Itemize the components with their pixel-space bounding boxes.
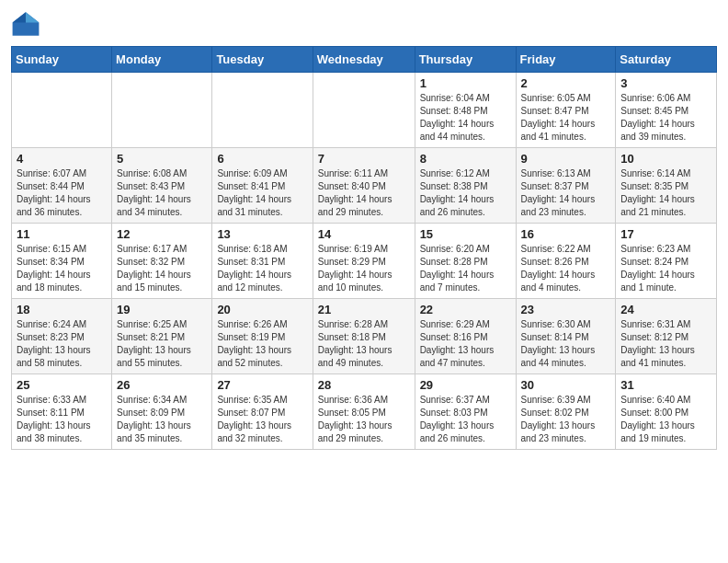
calendar-cell: 21Sunrise: 6:28 AM Sunset: 8:18 PM Dayli… [313,299,415,374]
calendar-cell: 27Sunrise: 6:35 AM Sunset: 8:07 PM Dayli… [212,374,313,450]
day-info: Sunrise: 6:23 AM Sunset: 8:24 PM Dayligh… [620,243,711,294]
weekday-header-friday: Friday [516,47,616,73]
calendar-cell: 17Sunrise: 6:23 AM Sunset: 8:24 PM Dayli… [616,224,717,299]
day-info: Sunrise: 6:29 AM Sunset: 8:16 PM Dayligh… [420,318,511,370]
day-number: 8 [420,152,511,166]
calendar-cell: 8Sunrise: 6:12 AM Sunset: 8:38 PM Daylig… [415,148,516,224]
day-number: 21 [318,303,410,316]
day-number: 6 [217,152,307,166]
calendar-cell: 28Sunrise: 6:36 AM Sunset: 8:05 PM Dayli… [313,374,415,450]
day-number: 7 [318,152,410,166]
day-number: 5 [117,152,207,166]
day-info: Sunrise: 6:19 AM Sunset: 8:29 PM Dayligh… [318,243,410,294]
calendar-cell: 18Sunrise: 6:24 AM Sunset: 8:23 PM Dayli… [12,299,112,374]
day-info: Sunrise: 6:34 AM Sunset: 8:09 PM Dayligh… [117,394,207,445]
day-info: Sunrise: 6:31 AM Sunset: 8:12 PM Dayligh… [620,318,711,370]
day-info: Sunrise: 6:12 AM Sunset: 8:38 PM Dayligh… [420,167,511,219]
calendar-cell: 5Sunrise: 6:08 AM Sunset: 8:43 PM Daylig… [112,148,212,224]
day-info: Sunrise: 6:11 AM Sunset: 8:40 PM Dayligh… [318,167,410,219]
day-info: Sunrise: 6:33 AM Sunset: 8:11 PM Dayligh… [17,394,107,445]
day-number: 10 [620,152,711,166]
day-number: 3 [620,76,711,90]
calendar-week-2: 4Sunrise: 6:07 AM Sunset: 8:44 PM Daylig… [12,148,717,224]
calendar-cell [313,73,415,148]
weekday-header-row: SundayMondayTuesdayWednesdayThursdayFrid… [12,47,717,73]
day-number: 1 [420,76,511,90]
logo [11,9,44,39]
day-info: Sunrise: 6:25 AM Sunset: 8:21 PM Dayligh… [117,318,207,370]
day-info: Sunrise: 6:30 AM Sunset: 8:14 PM Dayligh… [521,318,611,370]
calendar-cell: 30Sunrise: 6:39 AM Sunset: 8:02 PM Dayli… [516,374,616,450]
day-info: Sunrise: 6:08 AM Sunset: 8:43 PM Dayligh… [117,167,207,219]
header [11,9,717,39]
weekday-header-sunday: Sunday [12,47,112,73]
day-number: 18 [17,303,107,316]
calendar-cell: 11Sunrise: 6:15 AM Sunset: 8:34 PM Dayli… [12,224,112,299]
day-info: Sunrise: 6:04 AM Sunset: 8:48 PM Dayligh… [420,92,511,144]
day-info: Sunrise: 6:14 AM Sunset: 8:35 PM Dayligh… [620,167,711,219]
day-number: 30 [521,378,611,392]
calendar-week-1: 1Sunrise: 6:04 AM Sunset: 8:48 PM Daylig… [12,73,717,148]
calendar-cell: 14Sunrise: 6:19 AM Sunset: 8:29 PM Dayli… [313,224,415,299]
day-number: 14 [318,227,410,241]
day-info: Sunrise: 6:37 AM Sunset: 8:03 PM Dayligh… [420,394,511,445]
day-info: Sunrise: 6:36 AM Sunset: 8:05 PM Dayligh… [318,394,410,445]
calendar-cell: 20Sunrise: 6:26 AM Sunset: 8:19 PM Dayli… [212,299,313,374]
calendar-cell: 9Sunrise: 6:13 AM Sunset: 8:37 PM Daylig… [516,148,616,224]
page: SundayMondayTuesdayWednesdayThursdayFrid… [0,0,728,563]
day-number: 31 [620,378,711,392]
day-info: Sunrise: 6:07 AM Sunset: 8:44 PM Dayligh… [17,167,107,219]
weekday-header-wednesday: Wednesday [313,47,415,73]
day-number: 20 [217,303,307,316]
day-number: 23 [521,303,611,316]
day-info: Sunrise: 6:05 AM Sunset: 8:47 PM Dayligh… [521,92,611,144]
day-info: Sunrise: 6:35 AM Sunset: 8:07 PM Dayligh… [217,394,307,445]
day-info: Sunrise: 6:15 AM Sunset: 8:34 PM Dayligh… [17,243,107,294]
day-info: Sunrise: 6:06 AM Sunset: 8:45 PM Dayligh… [620,92,711,144]
day-number: 24 [620,303,711,316]
calendar-cell: 7Sunrise: 6:11 AM Sunset: 8:40 PM Daylig… [313,148,415,224]
day-number: 15 [420,227,511,241]
day-number: 12 [117,227,207,241]
day-info: Sunrise: 6:20 AM Sunset: 8:28 PM Dayligh… [420,243,511,294]
calendar-cell: 23Sunrise: 6:30 AM Sunset: 8:14 PM Dayli… [516,299,616,374]
calendar-cell [12,73,112,148]
day-info: Sunrise: 6:13 AM Sunset: 8:37 PM Dayligh… [521,167,611,219]
calendar-cell: 25Sunrise: 6:33 AM Sunset: 8:11 PM Dayli… [12,374,112,450]
day-number: 17 [620,227,711,241]
calendar-cell: 24Sunrise: 6:31 AM Sunset: 8:12 PM Dayli… [616,299,717,374]
calendar-cell: 31Sunrise: 6:40 AM Sunset: 8:00 PM Dayli… [616,374,717,450]
calendar-cell: 3Sunrise: 6:06 AM Sunset: 8:45 PM Daylig… [616,73,717,148]
day-info: Sunrise: 6:17 AM Sunset: 8:32 PM Dayligh… [117,243,207,294]
day-number: 25 [17,378,107,392]
calendar-cell: 15Sunrise: 6:20 AM Sunset: 8:28 PM Dayli… [415,224,516,299]
calendar-cell: 29Sunrise: 6:37 AM Sunset: 8:03 PM Dayli… [415,374,516,450]
weekday-header-tuesday: Tuesday [212,47,313,73]
calendar-cell: 10Sunrise: 6:14 AM Sunset: 8:35 PM Dayli… [616,148,717,224]
weekday-header-saturday: Saturday [616,47,717,73]
day-info: Sunrise: 6:39 AM Sunset: 8:02 PM Dayligh… [521,394,611,445]
day-number: 22 [420,303,511,316]
calendar-cell: 4Sunrise: 6:07 AM Sunset: 8:44 PM Daylig… [12,148,112,224]
calendar-cell: 26Sunrise: 6:34 AM Sunset: 8:09 PM Dayli… [112,374,212,450]
calendar-cell: 16Sunrise: 6:22 AM Sunset: 8:26 PM Dayli… [516,224,616,299]
svg-marker-2 [13,12,26,22]
logo-icon [11,9,40,39]
day-info: Sunrise: 6:18 AM Sunset: 8:31 PM Dayligh… [217,243,307,294]
calendar-week-3: 11Sunrise: 6:15 AM Sunset: 8:34 PM Dayli… [12,224,717,299]
day-number: 16 [521,227,611,241]
calendar-cell: 1Sunrise: 6:04 AM Sunset: 8:48 PM Daylig… [415,73,516,148]
day-number: 27 [217,378,307,392]
day-number: 26 [117,378,207,392]
day-info: Sunrise: 6:28 AM Sunset: 8:18 PM Dayligh… [318,318,410,370]
day-number: 29 [420,378,511,392]
calendar-week-4: 18Sunrise: 6:24 AM Sunset: 8:23 PM Dayli… [12,299,717,374]
day-number: 13 [217,227,307,241]
day-number: 11 [17,227,107,241]
calendar-cell: 6Sunrise: 6:09 AM Sunset: 8:41 PM Daylig… [212,148,313,224]
calendar-cell: 13Sunrise: 6:18 AM Sunset: 8:31 PM Dayli… [212,224,313,299]
day-info: Sunrise: 6:40 AM Sunset: 8:00 PM Dayligh… [620,394,711,445]
calendar-cell: 22Sunrise: 6:29 AM Sunset: 8:16 PM Dayli… [415,299,516,374]
day-number: 9 [521,152,611,166]
weekday-header-monday: Monday [112,47,212,73]
